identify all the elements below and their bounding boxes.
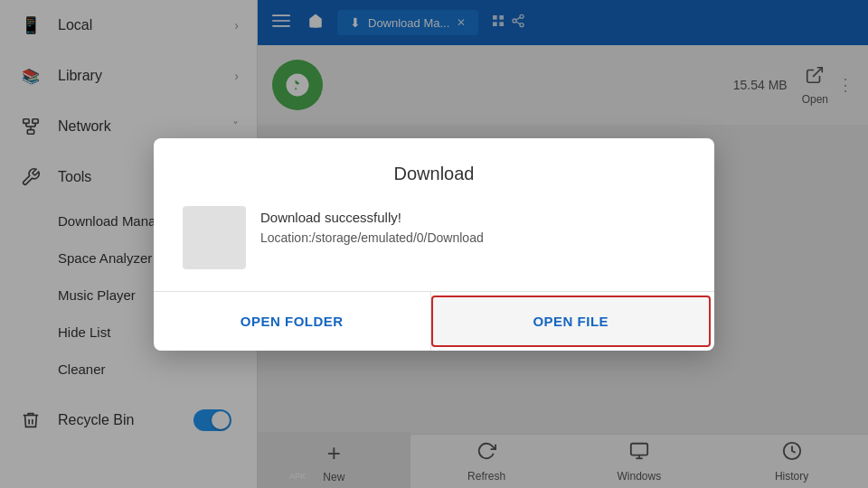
open-folder-button[interactable]: OPEN FOLDER (154, 292, 431, 351)
success-text: Download successfully! (260, 210, 685, 225)
open-file-button[interactable]: OPEN FILE (431, 296, 712, 347)
location-text: Location:/storage/emulated/0/Download (260, 230, 685, 245)
modal-actions: OPEN FOLDER OPEN FILE (154, 291, 714, 351)
modal-message: Download successfully! Location:/storage… (260, 206, 685, 245)
modal-title: Download (183, 164, 685, 184)
download-modal: Download Download successfully! Location… (154, 138, 714, 351)
modal-body: Download successfully! Location:/storage… (183, 206, 685, 269)
app-container: 📱 Local › 📚 Library › (0, 0, 868, 488)
modal-overlay: Download Download successfully! Location… (0, 0, 868, 488)
modal-app-icon (183, 206, 246, 269)
